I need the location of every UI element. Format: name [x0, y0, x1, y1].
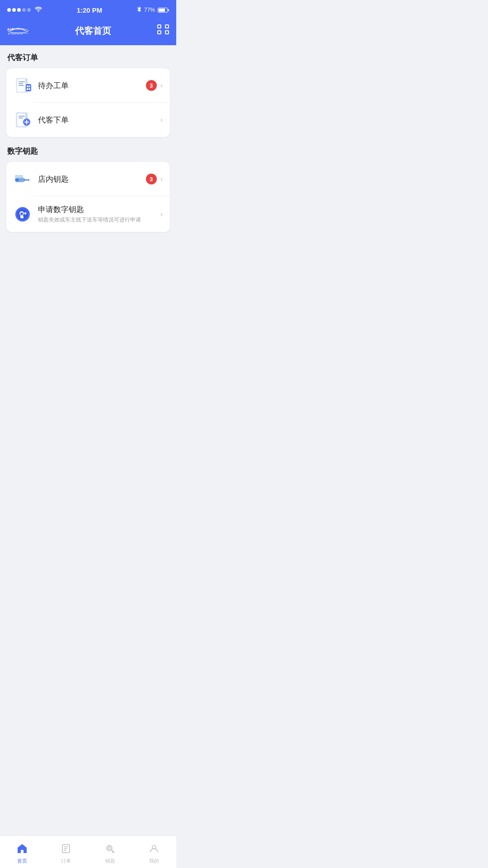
svg-rect-18	[29, 88, 30, 90]
pending-orders-right: 3 ›	[146, 80, 163, 91]
signal-dot-3	[17, 8, 21, 12]
battery-percent: 77%	[144, 7, 155, 13]
store-keys-right: 3 ›	[146, 174, 163, 184]
place-order-label: 代客下单	[38, 115, 160, 125]
svg-rect-33	[28, 179, 29, 181]
svg-rect-32	[26, 179, 28, 181]
status-time: 1:20 PM	[77, 6, 103, 14]
svg-rect-5	[165, 25, 169, 28]
store-keys-icon	[14, 170, 32, 188]
svg-rect-11	[19, 81, 25, 82]
place-order-icon	[14, 111, 32, 129]
svg-rect-38	[21, 216, 23, 218]
svg-rect-16	[29, 85, 30, 87]
apply-key-label: 申请数字钥匙 钥匙失效或车主线下送车等情况可进行申请	[38, 204, 160, 224]
apply-key-right: ›	[160, 210, 163, 218]
store-keys-item[interactable]: 店内钥匙 3 ›	[6, 162, 170, 196]
signal-dot-5	[27, 8, 31, 12]
apply-key-icon	[14, 205, 32, 223]
apply-key-chevron: ›	[160, 210, 163, 218]
scan-button[interactable]	[157, 24, 169, 37]
svg-rect-12	[19, 83, 23, 84]
svg-rect-7	[165, 31, 169, 34]
store-keys-chevron: ›	[160, 175, 163, 183]
svg-rect-14	[26, 84, 31, 91]
svg-rect-31	[24, 179, 26, 181]
svg-rect-15	[27, 85, 28, 87]
place-order-item[interactable]: 代客下单 ›	[6, 103, 170, 137]
status-right: 77%	[137, 6, 169, 14]
pending-orders-item[interactable]: 待办工单 3 ›	[6, 68, 170, 103]
wifi-icon	[35, 6, 42, 14]
pending-orders-badge: 3	[146, 80, 157, 91]
svg-point-30	[16, 179, 18, 181]
section-title-orders: 代客订单	[6, 52, 170, 63]
signal-dot-2	[12, 8, 16, 12]
signal-dots	[7, 8, 31, 12]
svg-rect-34	[15, 175, 23, 179]
svg-rect-13	[19, 85, 24, 86]
place-order-right: ›	[160, 116, 163, 124]
svg-rect-23	[19, 118, 23, 118]
app-logo: ALD ALAUDIN	[7, 26, 29, 35]
battery-icon	[158, 8, 169, 13]
status-left	[7, 6, 42, 14]
orders-card: 待办工单 3 › 代客下	[6, 68, 170, 137]
svg-text:ALAUDIN: ALAUDIN	[8, 33, 23, 35]
store-keys-label: 店内钥匙	[38, 174, 146, 184]
pending-orders-icon	[14, 76, 32, 94]
status-bar: 1:20 PM 77%	[0, 0, 176, 20]
pending-orders-chevron: ›	[160, 81, 163, 90]
section-title-keys: 数字钥匙	[6, 146, 170, 156]
svg-point-37	[20, 212, 23, 215]
place-order-chevron: ›	[160, 116, 163, 124]
page-title: 代客首页	[75, 25, 111, 37]
bluetooth-icon	[137, 6, 141, 14]
header: ALD ALAUDIN 代客首页	[0, 20, 176, 45]
apply-key-item[interactable]: 申请数字钥匙 钥匙失效或车主线下送车等情况可进行申请 ›	[6, 196, 170, 232]
store-keys-badge: 3	[146, 174, 157, 184]
signal-dot-1	[7, 8, 11, 12]
svg-rect-40	[25, 212, 26, 215]
svg-rect-6	[158, 31, 161, 34]
svg-rect-4	[158, 25, 161, 28]
pending-orders-label: 待办工单	[38, 80, 146, 91]
svg-rect-22	[19, 116, 25, 117]
keys-card: 店内钥匙 3 › 申请数字钥匙	[6, 162, 170, 232]
svg-rect-17	[27, 88, 28, 90]
main-content: 代客订单 待办工单	[0, 45, 176, 248]
signal-dot-4	[22, 8, 26, 12]
